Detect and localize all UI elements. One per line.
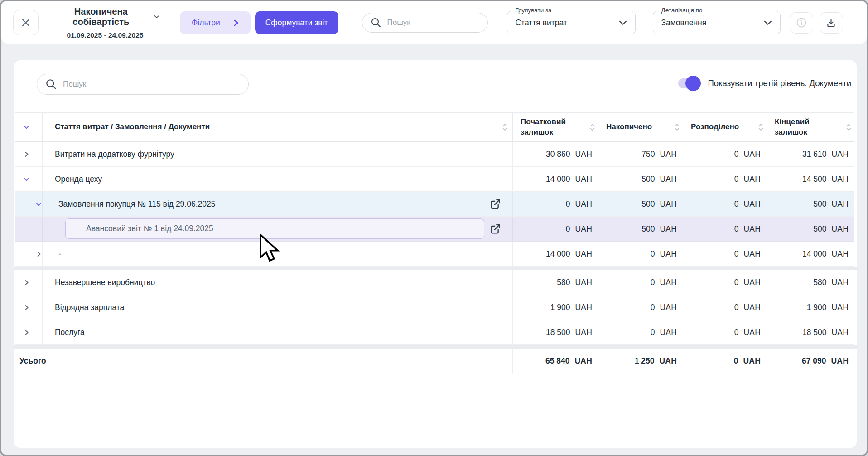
toolbar-search-input[interactable] <box>387 18 479 27</box>
cell-value: 14 500 <box>802 175 827 184</box>
chevron-right-icon <box>234 19 239 26</box>
cell-distributed: 0UAH <box>683 270 767 295</box>
cell-currency: UAH <box>831 199 849 209</box>
detail-by-value: Замовлення <box>661 18 707 28</box>
cell-currency: UAH <box>660 150 677 159</box>
expander-cell[interactable] <box>15 217 42 241</box>
column-header-accumulated[interactable]: Накопичено <box>598 113 683 141</box>
column-header-opening-balance[interactable]: Початковий залишок <box>512 113 598 141</box>
external-link-icon[interactable] <box>489 198 502 210</box>
cell-currency: UAH <box>660 199 677 209</box>
total-distributed: 0UAH <box>683 349 767 374</box>
cell-value: 0 <box>734 199 739 209</box>
cell-currency: UAH <box>575 328 592 337</box>
cell-currency: UAH <box>743 303 761 312</box>
sort-icon[interactable] <box>758 123 764 131</box>
table-body: Витрати на додаткову фурнітуру 30 860UAH… <box>15 142 854 349</box>
cell-opening-balance: 1 900UAH <box>512 295 598 320</box>
cell-accumulated: 0UAH <box>598 320 683 344</box>
cell-currency: UAH <box>660 175 677 184</box>
generate-report-button[interactable]: Сформувати звіт <box>255 11 338 34</box>
cell-accumulated: 0UAH <box>598 270 683 295</box>
cell-value: 1 900 <box>550 303 570 312</box>
cell-value: 500 <box>641 175 655 184</box>
cell-currency: UAH <box>660 303 677 312</box>
cell-currency: UAH <box>575 150 592 159</box>
table-row[interactable]: Відрядна зарплата 1 900UAH 0UAH 0UAH 1 9… <box>15 295 854 320</box>
cell-value: 0 <box>734 278 739 287</box>
date-range: 01.09.2025 - 24.09.2025 <box>51 31 159 39</box>
column-header-name[interactable]: Стаття витрат / Замовлення / Документи <box>42 113 512 141</box>
name-cell: Авансовий звіт № 1 від 24.09.2025 <box>42 217 512 241</box>
cell-opening-balance: 18 500UAH <box>512 320 598 344</box>
expander-cell[interactable] <box>15 192 42 216</box>
table-row[interactable]: Замовлення покупця № 115 від 29.06.2025 … <box>15 192 854 217</box>
cell-closing-balance: 14 000UAH <box>767 242 854 266</box>
group-by-select[interactable]: Групувати за Стаття витрат <box>507 11 636 34</box>
table-row[interactable]: Витрати на додаткову фурнітуру 30 860UAH… <box>15 142 854 167</box>
cell-currency: UAH <box>660 249 677 259</box>
table-search-input[interactable] <box>63 80 240 89</box>
page-title: Накопичена собівартість <box>51 6 151 27</box>
cell-closing-balance: 31 610UAH <box>767 142 854 166</box>
cell-accumulated: 500UAH <box>598 192 683 216</box>
row-name: Незавершене виробництво <box>55 278 155 287</box>
sort-icon[interactable] <box>846 123 852 131</box>
third-level-toggle[interactable] <box>678 78 699 88</box>
table-row[interactable]: Послуга 18 500UAH 0UAH 0UAH 18 500UAH <box>15 320 854 345</box>
cell-value: 0 <box>651 278 655 287</box>
cell-opening-balance: 580UAH <box>512 270 598 295</box>
download-icon <box>825 17 837 29</box>
download-button[interactable] <box>820 12 843 34</box>
name-cell: Замовлення покупця № 115 від 29.06.2025 <box>42 192 512 216</box>
table-header-row: Стаття витрат / Замовлення / Документи П… <box>15 112 854 142</box>
sort-icon[interactable] <box>674 123 680 131</box>
cell-value: 0 <box>651 328 655 337</box>
column-header-closing-balance[interactable]: Кінцевий залишок <box>767 113 854 141</box>
expander-chevron-icon <box>23 304 30 311</box>
toolbar-search <box>362 13 488 33</box>
expander-cell[interactable] <box>15 270 42 295</box>
report-title-dropdown[interactable]: Накопичена собівартість <box>51 6 159 27</box>
table-row[interactable]: Авансовий звіт № 1 від 24.09.2025 0UAH 5… <box>15 217 854 242</box>
cell-opening-balance: 0UAH <box>512 217 598 241</box>
row-name: Оренда цеху <box>55 175 102 184</box>
expander-cell[interactable] <box>15 295 42 320</box>
cell-currency: UAH <box>575 249 592 259</box>
table-row[interactable]: Оренда цеху 14 000UAH 500UAH 0UAH 14 500… <box>15 167 854 192</box>
chevron-down-icon <box>764 20 772 25</box>
cell-value: 0 <box>734 224 739 234</box>
column-header-distributed[interactable]: Розподілено <box>683 113 767 141</box>
cell-currency: UAH <box>743 150 761 159</box>
report-title-block: Накопичена собівартість 01.09.2025 - 24.… <box>51 6 159 39</box>
external-link-icon[interactable] <box>489 223 502 235</box>
table-total-row: Усього 65 840UAH 1 250UAH 0UAH 67 090UAH <box>15 349 854 374</box>
expander-cell[interactable] <box>15 167 42 191</box>
cell-distributed: 0UAH <box>683 142 767 166</box>
table-search <box>37 74 249 95</box>
detail-by-select[interactable]: Деталізація по Замовлення <box>653 11 781 34</box>
cell-value: 500 <box>641 199 655 209</box>
expander-cell[interactable] <box>15 142 42 166</box>
cell-distributed: 0UAH <box>683 192 767 216</box>
info-button[interactable] <box>790 12 813 34</box>
collapse-all-cell[interactable] <box>15 113 42 141</box>
expander-cell[interactable] <box>15 320 42 344</box>
sort-icon[interactable] <box>589 123 595 131</box>
close-button[interactable] <box>13 10 39 35</box>
table-row[interactable]: - 14 000UAH 0UAH 0UAH 14 000UAH <box>15 242 854 267</box>
filters-button[interactable]: Фільтри <box>180 11 251 34</box>
group-separator <box>14 345 858 349</box>
cell-value: 0 <box>651 249 655 259</box>
table-row[interactable]: Незавершене виробництво 580UAH 0UAH 0UAH… <box>15 270 854 295</box>
cell-currency: UAH <box>575 224 592 234</box>
expander-chevron-icon <box>35 201 42 208</box>
cell-distributed: 0UAH <box>683 242 767 266</box>
close-icon <box>21 18 31 28</box>
app-window: Накопичена собівартість 01.09.2025 - 24.… <box>0 0 868 456</box>
cell-currency: UAH <box>743 278 761 287</box>
filters-button-label: Фільтри <box>192 18 220 28</box>
cell-currency: UAH <box>660 224 677 234</box>
expander-cell[interactable] <box>15 242 42 266</box>
sort-icon[interactable] <box>502 123 508 131</box>
